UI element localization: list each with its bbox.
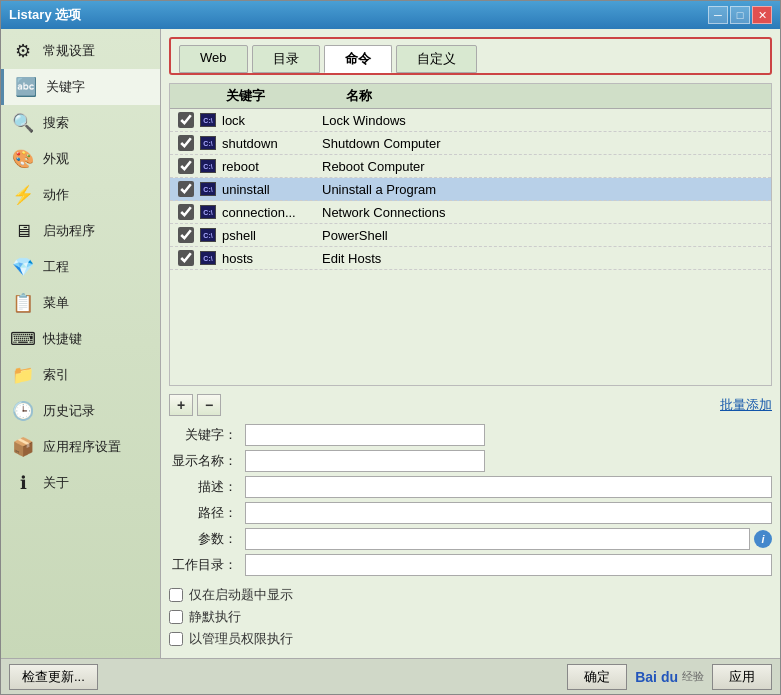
sidebar-label-keyword: 关键字 — [46, 78, 85, 96]
sidebar-item-startup[interactable]: 🖥 启动程序 — [1, 213, 160, 249]
params-input[interactable] — [245, 528, 750, 550]
name-label: 显示名称： — [169, 452, 241, 470]
desc-label: 描述： — [169, 478, 241, 496]
row-name-lock: Lock Windows — [322, 113, 763, 128]
workdir-input[interactable] — [245, 554, 772, 576]
sidebar-item-history[interactable]: 🕒 历史记录 — [1, 393, 160, 429]
table-row[interactable]: C:\ pshell PowerShell — [170, 224, 771, 247]
path-label: 路径： — [169, 504, 241, 522]
row-keyword-lock: lock — [222, 113, 322, 128]
check-update-button[interactable]: 检查更新... — [9, 664, 98, 690]
shortcut-icon: ⌨ — [11, 327, 35, 351]
main-content: ⚙ 常规设置 🔤 关键字 🔍 搜索 🎨 外观 ⚡ 动作 🖥 启动程序 — [1, 29, 780, 658]
remove-button[interactable]: − — [197, 394, 221, 416]
row-checkbox-shutdown[interactable] — [178, 135, 194, 151]
workdir-label: 工作目录： — [169, 556, 241, 574]
cmd-icon-lock: C:\ — [198, 112, 218, 128]
index-icon: 📁 — [11, 363, 35, 387]
path-input[interactable] — [245, 502, 772, 524]
params-field-row: 参数： i — [169, 528, 772, 550]
row-checkbox-reboot[interactable] — [178, 158, 194, 174]
sidebar-item-menu[interactable]: 📋 菜单 — [1, 285, 160, 321]
row-keyword-connection: connection... — [222, 205, 322, 220]
sidebar-label-about: 关于 — [43, 474, 69, 492]
row-name-connection: Network Connections — [322, 205, 763, 220]
row-keyword-uninstall: uninstall — [222, 182, 322, 197]
table-row[interactable]: C:\ lock Lock Windows — [170, 109, 771, 132]
params-info-icon[interactable]: i — [754, 530, 772, 548]
app-settings-icon: 📦 — [11, 435, 35, 459]
silent-exec-checkbox[interactable] — [169, 610, 183, 624]
search-icon: 🔍 — [11, 111, 35, 135]
batch-add-link[interactable]: 批量添加 — [720, 396, 772, 414]
sidebar-item-app-settings[interactable]: 📦 应用程序设置 — [1, 429, 160, 465]
keyword-input[interactable] — [245, 424, 485, 446]
tab-web[interactable]: Web — [179, 45, 248, 73]
tab-directory[interactable]: 目录 — [252, 45, 320, 73]
run-as-admin-label: 以管理员权限执行 — [189, 630, 293, 648]
row-checkbox-uninstall[interactable] — [178, 181, 194, 197]
row-name-uninstall: Uninstall a Program — [322, 182, 763, 197]
run-as-admin-checkbox[interactable] — [169, 632, 183, 646]
row-checkbox-lock[interactable] — [178, 112, 194, 128]
row-keyword-hosts: hosts — [222, 251, 322, 266]
silent-exec-label: 静默执行 — [189, 608, 241, 626]
gear-icon: ⚙ — [11, 39, 35, 63]
params-label: 参数： — [169, 530, 241, 548]
table-row[interactable]: C:\ connection... Network Connections — [170, 201, 771, 224]
row-keyword-reboot: reboot — [222, 159, 322, 174]
baidu-logo-text: Bai du — [635, 669, 678, 685]
tab-custom[interactable]: 自定义 — [396, 45, 477, 73]
sidebar-item-search[interactable]: 🔍 搜索 — [1, 105, 160, 141]
desc-field-row: 描述： — [169, 476, 772, 498]
cmd-icon-connection: C:\ — [198, 204, 218, 220]
sidebar-item-index[interactable]: 📁 索引 — [1, 357, 160, 393]
add-button[interactable]: + — [169, 394, 193, 416]
sidebar-item-shortcut[interactable]: ⌨ 快捷键 — [1, 321, 160, 357]
sidebar-label-menu: 菜单 — [43, 294, 69, 312]
header-icon — [202, 87, 226, 105]
sidebar-item-general[interactable]: ⚙ 常规设置 — [1, 33, 160, 69]
action-icon: ⚡ — [11, 183, 35, 207]
tab-command[interactable]: 命令 — [324, 45, 392, 73]
sidebar-label-general: 常规设置 — [43, 42, 95, 60]
apply-button[interactable]: 应用 — [712, 664, 772, 690]
workdir-field-row: 工作目录： — [169, 554, 772, 576]
desc-input[interactable] — [245, 476, 772, 498]
baidu-sub-text: 经验 — [682, 669, 704, 684]
sidebar-item-action[interactable]: ⚡ 动作 — [1, 177, 160, 213]
display-name-input[interactable] — [245, 450, 485, 472]
cmd-icon-pshell: C:\ — [198, 227, 218, 243]
table-row[interactable]: C:\ hosts Edit Hosts — [170, 247, 771, 270]
checkboxes-area: 仅在启动题中显示 静默执行 以管理员权限执行 — [169, 584, 772, 650]
table-row[interactable]: C:\ reboot Reboot Computer — [170, 155, 771, 178]
history-icon: 🕒 — [11, 399, 35, 423]
sidebar-item-project[interactable]: 💎 工程 — [1, 249, 160, 285]
sidebar-item-appearance[interactable]: 🎨 外观 — [1, 141, 160, 177]
ok-button[interactable]: 确定 — [567, 664, 627, 690]
main-window: Listary 选项 ─ □ ✕ ⚙ 常规设置 🔤 关键字 🔍 搜索 🎨 — [0, 0, 781, 695]
startup-icon: 🖥 — [11, 219, 35, 243]
silent-exec-row: 静默执行 — [169, 606, 772, 628]
row-checkbox-hosts[interactable] — [178, 250, 194, 266]
row-checkbox-connection[interactable] — [178, 204, 194, 220]
sidebar-label-project: 工程 — [43, 258, 69, 276]
maximize-button[interactable]: □ — [730, 6, 750, 24]
minimize-button[interactable]: ─ — [708, 6, 728, 24]
baidu-watermark: Bai du 经验 — [635, 669, 704, 685]
window-title: Listary 选项 — [9, 6, 81, 24]
show-on-startup-checkbox[interactable] — [169, 588, 183, 602]
sidebar-label-startup: 启动程序 — [43, 222, 95, 240]
sidebar-item-keyword[interactable]: 🔤 关键字 — [1, 69, 160, 105]
table-row[interactable]: C:\ uninstall Uninstall a Program — [170, 178, 771, 201]
sidebar-item-about[interactable]: ℹ 关于 — [1, 465, 160, 501]
row-checkbox-pshell[interactable] — [178, 227, 194, 243]
appearance-icon: 🎨 — [11, 147, 35, 171]
run-as-admin-row: 以管理员权限执行 — [169, 628, 772, 650]
cmd-icon-uninstall: C:\ — [198, 181, 218, 197]
table-row[interactable]: C:\ shutdown Shutdown Computer — [170, 132, 771, 155]
title-bar-controls: ─ □ ✕ — [708, 6, 772, 24]
close-button[interactable]: ✕ — [752, 6, 772, 24]
tabs-row: Web 目录 命令 自定义 — [179, 45, 762, 73]
title-bar: Listary 选项 ─ □ ✕ — [1, 1, 780, 29]
